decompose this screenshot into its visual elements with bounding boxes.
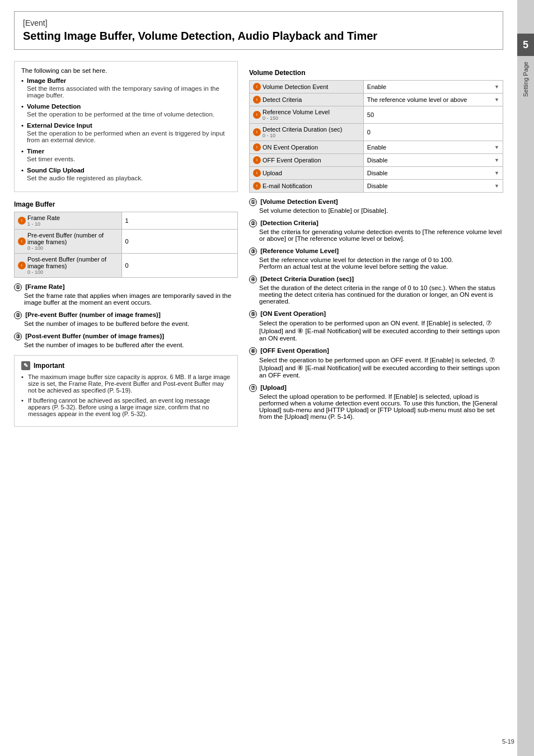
item-heading: ⑤ [ON Event Operation] — [249, 310, 503, 318]
post-event-label: Post-event Buffer (number of image frame… — [27, 256, 106, 269]
list-item: Timer Set timer events. — [21, 148, 231, 162]
numbered-item: ① [Volume Detection Event] Set volume de… — [249, 198, 503, 214]
numbered-item: ⑦ [Upload] Select the upload operation t… — [249, 384, 503, 420]
item-desc-sound: Set the audio file registered as playbac… — [27, 175, 231, 181]
item-heading-text: [Volume Detection Event] — [260, 198, 338, 205]
numbered-item: ① [Frame Rate] Set the frame rate that a… — [14, 283, 238, 306]
item-desc-external: Set the operation to be performed when a… — [27, 130, 231, 143]
frame-rate-value-cell[interactable]: 1 — [121, 212, 237, 230]
list-item: Sound Clip Upload Set the audio file reg… — [21, 167, 231, 181]
detect-criteria-value-cell[interactable]: The reference volume level or above ▼ — [363, 94, 503, 106]
ref-volume-value-cell[interactable]: 50 — [363, 106, 503, 124]
item-desc-text: Select the operation to be performed upo… — [249, 319, 503, 342]
item-desc-text: Set the duration of the detect criteria … — [249, 284, 503, 305]
item-desc-volume: Set the operation to be performed at the… — [27, 111, 231, 118]
item-desc-text: Set the criteria for generating volume d… — [249, 228, 503, 242]
table-row: i Pre-event Buffer (number of image fram… — [15, 230, 238, 254]
item-heading: ② [Detection Criteria] — [249, 220, 503, 227]
item-desc-text: Select the upload operation to be perfor… — [249, 393, 503, 420]
list-item: The maximum image buffer size capacity i… — [21, 374, 231, 394]
item-heading-text: [Pre-event Buffer (number of image frame… — [25, 311, 161, 318]
detect-criteria-label: Detect Criteria — [263, 96, 302, 103]
row-icon: i — [18, 217, 26, 225]
off-event-value-cell[interactable]: Disable ▼ — [363, 154, 503, 167]
numbered-item: ④ [Detect Criteria Duration (sec)] Set t… — [249, 276, 503, 305]
item-desc-text: Select the operation to be performed upo… — [249, 356, 503, 379]
main-content: [Event] Setting Image Buffer, Volume Det… — [0, 0, 517, 756]
numbered-item: ② [Pre-event Buffer (number of image fra… — [14, 311, 238, 327]
circled-number: ② — [249, 220, 257, 227]
circled-number: ⑦ — [249, 384, 257, 392]
page-header: [Event] Setting Image Buffer, Volume Det… — [14, 11, 503, 50]
important-title-text: Important — [34, 362, 64, 370]
row-icon: i — [253, 111, 261, 119]
item-desc-text: Set the number of images to be buffered … — [14, 342, 238, 348]
list-item: Volume Detection Set the operation to be… — [21, 103, 231, 118]
pre-event-value-cell[interactable]: 0 — [121, 230, 237, 254]
table-row: i Post-event Buffer (number of image fra… — [15, 254, 238, 278]
upload-label: Upload — [263, 170, 282, 176]
item-desc-text: Set the number of images to be buffered … — [14, 320, 238, 327]
email-label-cell: i E-mail Notification — [250, 180, 364, 193]
pre-event-value: 0 — [125, 238, 129, 245]
post-event-range: 0 - 100 — [27, 269, 118, 275]
item-heading-text: [OFF Event Operation] — [260, 347, 329, 354]
numbered-item: ⑥ [OFF Event Operation] Select the opera… — [249, 347, 503, 379]
item-heading: ③ [Post-event Buffer (number of image fr… — [14, 333, 238, 340]
vol-event-label: Volume Detection Event — [263, 83, 328, 90]
table-row: i Frame Rate 1 - 10 1 — [15, 212, 238, 230]
email-label: E-mail Notification — [263, 183, 312, 189]
list-item: If buffering cannot be achieved as speci… — [21, 397, 231, 417]
ref-volume-label: Reference Volume Level — [263, 109, 330, 115]
on-event-value-cell[interactable]: Enable ▼ — [363, 141, 503, 154]
pre-event-range: 0 - 100 — [27, 245, 118, 251]
duration-value-cell[interactable]: 0 — [363, 124, 503, 141]
item-title-sound: Sound Clip Upload — [27, 167, 231, 174]
item-heading-text: [Frame Rate] — [25, 283, 64, 290]
dropdown-arrow-icon: ▼ — [494, 157, 499, 163]
row-icon: i — [253, 143, 261, 151]
item-heading: ④ [Detect Criteria Duration (sec)] — [249, 276, 503, 283]
vol-event-value-cell[interactable]: Enable ▼ — [363, 81, 503, 94]
volume-detection-section: Volume Detection i Volume Detection Even… — [249, 69, 503, 420]
post-event-value-cell[interactable]: 0 — [121, 254, 237, 278]
table-row: i Detect Criteria Duration (sec) 0 - 10 … — [250, 124, 503, 141]
dropdown-arrow-icon: ▼ — [494, 170, 499, 176]
frame-rate-range: 1 - 10 — [27, 221, 60, 227]
duration-label: Detect Criteria Duration (sec) — [263, 126, 342, 133]
dropdown-arrow-icon: ▼ — [494, 97, 499, 102]
image-buffer-numbered-items: ① [Frame Rate] Set the frame rate that a… — [14, 283, 238, 348]
frame-rate-label: Frame Rate — [27, 214, 60, 221]
event-label: [Event] — [23, 18, 494, 27]
post-event-label-cell: i Post-event Buffer (number of image fra… — [15, 254, 122, 278]
row-icon: i — [18, 262, 26, 269]
circled-number: ⑤ — [249, 310, 257, 318]
email-value-cell[interactable]: Disable ▼ — [363, 180, 503, 193]
item-title-volume: Volume Detection — [27, 103, 231, 110]
volume-detection-section-title: Volume Detection — [249, 69, 503, 77]
important-box: ✎ Important The maximum image buffer siz… — [14, 355, 238, 427]
frame-rate-label-cell: i Frame Rate 1 - 10 — [15, 212, 122, 230]
upload-value: Disable — [367, 170, 388, 176]
vol-event-value: Enable — [367, 83, 386, 90]
page-number: 5-19 — [502, 738, 514, 745]
upload-value-cell[interactable]: Disable ▼ — [363, 167, 503, 180]
row-icon: i — [18, 237, 26, 245]
off-event-value: Disable — [367, 157, 388, 164]
circled-number: ⑥ — [249, 347, 257, 355]
ref-volume-range: 0 - 150 — [263, 115, 330, 121]
on-event-label-cell: i ON Event Operation — [250, 141, 364, 154]
table-row: i OFF Event Operation Disable ▼ — [250, 154, 503, 167]
email-value: Disable — [367, 183, 388, 189]
item-heading-text: [Post-event Buffer (number of image fram… — [25, 333, 164, 339]
item-heading: ② [Pre-event Buffer (number of image fra… — [14, 311, 238, 319]
page-container: [Event] Setting Image Buffer, Volume Det… — [0, 0, 534, 756]
circled-number: ③ — [14, 333, 22, 340]
two-column-layout: The following can be set here. Image Buf… — [14, 61, 503, 427]
upload-label-cell: i Upload — [250, 167, 364, 180]
detect-criteria-label-cell: i Detect Criteria — [250, 94, 364, 106]
item-title-timer: Timer — [27, 148, 231, 155]
image-buffer-section-title: Image Buffer — [14, 200, 238, 208]
post-event-value: 0 — [125, 262, 129, 269]
dropdown-arrow-icon: ▼ — [494, 183, 499, 189]
